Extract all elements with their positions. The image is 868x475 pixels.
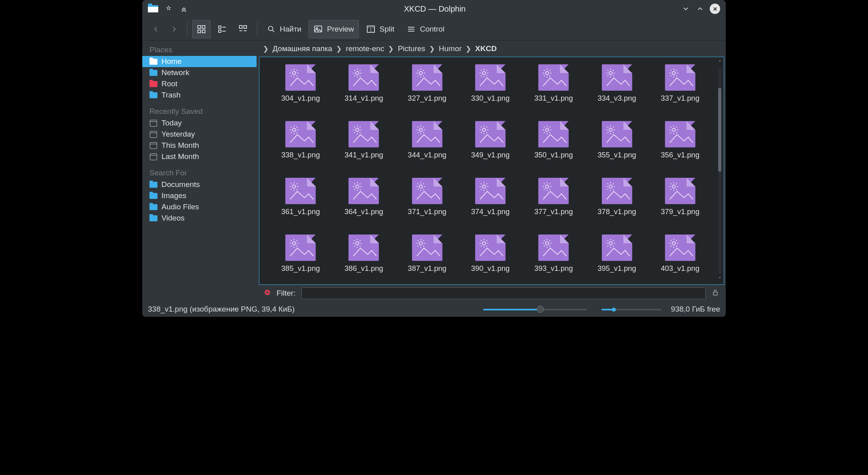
sidebar-item-network[interactable]: Network [142, 67, 257, 78]
breadcrumb: ❯ Домашняя папка ❯ remote-enc ❯ Pictures… [259, 41, 724, 57]
scroll-down-icon[interactable]: ˅ [719, 275, 721, 283]
image-file-icon [475, 178, 506, 204]
image-file-icon [475, 121, 506, 147]
file-item[interactable]: 377_v1.png [522, 178, 585, 229]
file-item[interactable]: 327_v1.png [396, 64, 459, 115]
breadcrumb-segment[interactable]: Домашняя папка [273, 44, 332, 53]
file-item[interactable]: 387_v1.png [396, 235, 459, 284]
control-button[interactable]: Control [402, 20, 449, 38]
sidebar-item-documents[interactable]: Documents [142, 179, 257, 190]
preview-button[interactable]: Preview [309, 20, 359, 38]
scroll-handle[interactable] [718, 88, 721, 172]
breadcrumb-segment[interactable]: remote-enc [346, 44, 384, 53]
image-file-icon [285, 178, 316, 204]
sidebar-item-this-month[interactable]: This Month [142, 140, 257, 151]
toolbar: Найти Preview Split Control [142, 18, 726, 41]
file-item[interactable]: 378_v1.png [585, 178, 648, 229]
view-compact-button[interactable] [213, 20, 231, 38]
sidebar-item-label: Root [161, 79, 177, 88]
file-name: 390_v1.png [471, 264, 510, 273]
view-details-button[interactable] [234, 20, 252, 38]
sidebar-item-yesterday[interactable]: Yesterday [142, 129, 257, 140]
maximize-button[interactable] [695, 4, 705, 14]
chevron-up-double-icon[interactable] [179, 4, 189, 14]
file-item[interactable]: 364_v1.png [332, 178, 395, 229]
file-item[interactable]: 355_v1.png [585, 121, 648, 172]
calendar-icon [149, 119, 157, 127]
find-button[interactable]: Найти [262, 20, 306, 38]
file-item[interactable]: 337_v1.png [649, 64, 712, 115]
svg-point-39 [482, 242, 486, 245]
folder-icon [149, 203, 157, 211]
file-item[interactable]: 338_v1.png [269, 121, 332, 172]
file-item[interactable]: 349_v1.png [459, 121, 522, 172]
svg-point-29 [293, 185, 296, 188]
svg-point-41 [609, 242, 612, 245]
svg-point-36 [293, 242, 296, 245]
file-view: 304_v1.png314_v1.png327_v1.png330_v1.png… [259, 57, 724, 285]
image-file-icon [665, 178, 695, 204]
sidebar-item-last-month[interactable]: Last Month [142, 151, 257, 162]
image-file-icon [348, 64, 379, 91]
image-file-icon [665, 121, 695, 147]
image-file-icon [602, 121, 632, 147]
file-grid[interactable]: 304_v1.png314_v1.png327_v1.png330_v1.png… [259, 57, 716, 284]
zoom-slider[interactable] [483, 308, 587, 311]
file-item[interactable]: 334_v3.png [585, 64, 648, 115]
breadcrumb-segment[interactable]: Humor [439, 44, 462, 53]
folder-icon [149, 69, 157, 76]
close-button[interactable] [710, 4, 720, 14]
split-button[interactable]: Split [361, 20, 399, 38]
disk-usage-bar [601, 308, 661, 311]
sidebar-item-videos[interactable]: Videos [142, 213, 257, 224]
file-name: 361_v1.png [281, 207, 320, 216]
sidebar-item-label: Yesterday [161, 130, 195, 139]
filter-input[interactable] [301, 287, 706, 299]
file-item[interactable]: 379_v1.png [649, 178, 712, 229]
file-item[interactable]: 371_v1.png [396, 178, 459, 229]
file-item[interactable]: 374_v1.png [459, 178, 522, 229]
sidebar-item-audio-files[interactable]: Audio Files [142, 201, 257, 213]
sidebar-header-recent: Recently Saved [142, 105, 257, 117]
scroll-up-icon[interactable]: ˄ [719, 59, 721, 66]
pin-icon[interactable] [164, 4, 173, 14]
chevron-right-icon: ❯ [464, 45, 473, 53]
file-item[interactable]: 350_v1.png [522, 121, 585, 172]
sidebar-item-today[interactable]: Today [142, 117, 257, 129]
image-file-icon [602, 178, 632, 204]
filter-close-button[interactable] [264, 289, 271, 298]
file-item[interactable]: 356_v1.png [649, 121, 712, 172]
scrollbar[interactable]: ˄ ˅ [716, 57, 724, 284]
file-item[interactable]: 393_v1.png [522, 235, 585, 284]
svg-point-25 [482, 128, 486, 131]
image-file-icon [412, 178, 442, 204]
breadcrumb-current[interactable]: XKCD [475, 44, 497, 53]
file-item[interactable]: 330_v1.png [459, 64, 522, 115]
file-item[interactable]: 314_v1.png [332, 64, 395, 115]
view-icons-button[interactable] [192, 20, 211, 38]
breadcrumb-segment[interactable]: Pictures [398, 44, 425, 53]
minimize-button[interactable] [681, 4, 691, 14]
status-text: 338_v1.png (изображение PNG, 39,4 КиБ) [148, 305, 295, 314]
file-item[interactable]: 304_v1.png [269, 64, 332, 115]
file-item[interactable]: 386_v1.png [332, 235, 395, 284]
sidebar-item-root[interactable]: Root [142, 78, 257, 89]
file-item[interactable]: 385_v1.png [269, 235, 332, 284]
file-item[interactable]: 361_v1.png [269, 178, 332, 229]
sidebar-item-home[interactable]: Home [142, 56, 257, 67]
file-name: 327_v1.png [408, 94, 446, 103]
file-item[interactable]: 403_v1.png [649, 235, 712, 284]
lock-icon[interactable] [711, 288, 719, 298]
sidebar-item-images[interactable]: Images [142, 190, 257, 201]
file-item[interactable]: 390_v1.png [459, 235, 522, 284]
file-item[interactable]: 395_v1.png [585, 235, 648, 284]
file-item[interactable]: 341_v1.png [332, 121, 395, 172]
file-item[interactable]: 331_v1.png [522, 64, 585, 115]
file-item[interactable]: 344_v1.png [396, 121, 459, 172]
split-label: Split [380, 25, 394, 34]
back-button[interactable] [148, 21, 164, 37]
status-bar: 338_v1.png (изображение PNG, 39,4 КиБ) 9… [142, 302, 726, 317]
forward-button[interactable] [166, 21, 182, 37]
sidebar-item-trash[interactable]: Trash [142, 89, 257, 101]
svg-point-21 [672, 72, 675, 75]
